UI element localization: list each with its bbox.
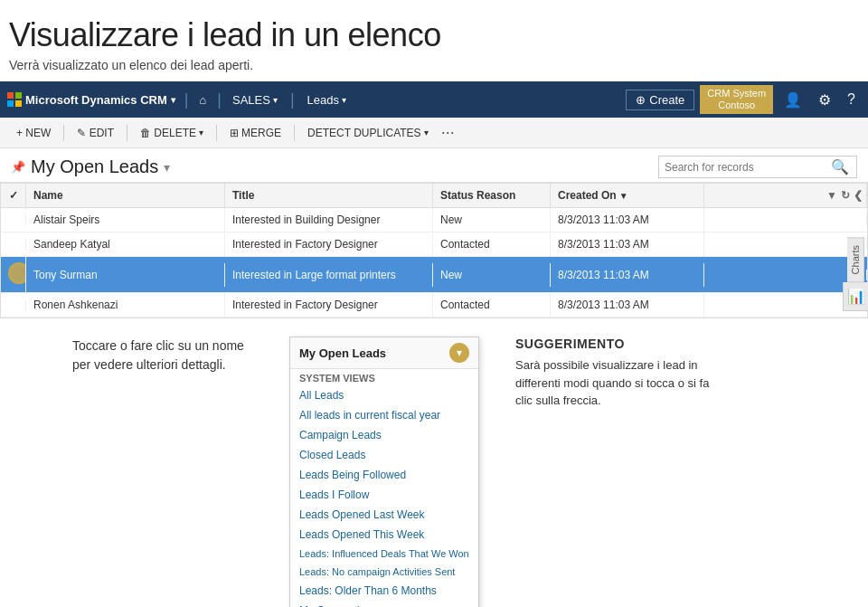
- toolbar-sep-2: [127, 125, 127, 141]
- leads-nav-item[interactable]: Leads ▾: [300, 91, 354, 109]
- view-title-area: 📌 My Open Leads ▾: [11, 156, 170, 177]
- create-button[interactable]: ⊕ Create: [626, 90, 694, 110]
- create-plus-icon: ⊕: [636, 93, 646, 107]
- row-check-1: [1, 214, 26, 225]
- detect-label: DETECT DUPLICATES: [307, 127, 421, 139]
- tip-title: SUGGERIMENTO: [515, 337, 714, 351]
- toolbar-sep-3: [216, 125, 217, 141]
- toolbar: + NEW ✎ EDIT 🗑 DELETE ▾ ⊞ MERGE DETECT D…: [0, 118, 868, 148]
- dropdown-item[interactable]: Campaign Leads: [290, 425, 478, 445]
- filter-icon[interactable]: ▼: [826, 189, 837, 202]
- dropdown-item[interactable]: Closed Leads: [290, 445, 478, 465]
- svg-rect-3: [15, 100, 22, 107]
- title-label: Title: [232, 189, 254, 202]
- side-tab: Charts 📊: [843, 237, 868, 311]
- view-header: 📌 My Open Leads ▾ 🔍: [0, 148, 868, 183]
- header-check[interactable]: ✓: [1, 184, 26, 207]
- search-icon[interactable]: 🔍: [831, 158, 849, 175]
- logo-dropdown-icon[interactable]: ▾: [171, 95, 175, 105]
- user-icon[interactable]: 👤: [778, 90, 807, 110]
- row-name-4: Ronen Ashkenazi: [26, 293, 225, 317]
- touch-indicator: [8, 262, 26, 284]
- merge-button[interactable]: ⊞ MERGE: [222, 124, 288, 142]
- table-row[interactable]: Tony Surman Interested in Large format p…: [1, 257, 867, 293]
- name-label: Name: [33, 189, 63, 202]
- header-name[interactable]: Name: [26, 184, 225, 207]
- leads-grid: ✓ Name Title Status Reason Created On ▼ …: [0, 183, 868, 318]
- crm-system-line1: CRM System: [707, 88, 766, 100]
- row-created-1: 8/3/2013 11:03 AM: [551, 208, 704, 232]
- nav-separator-2: |: [217, 90, 222, 109]
- logo-text: Microsoft Dynamics CRM: [25, 93, 167, 107]
- svg-rect-1: [15, 92, 22, 99]
- app-logo[interactable]: Microsoft Dynamics CRM ▾: [7, 92, 175, 107]
- refresh-icon[interactable]: ↻: [841, 189, 850, 202]
- dropdown-item[interactable]: All Leads: [290, 385, 478, 405]
- new-button[interactable]: + NEW: [9, 124, 58, 142]
- row-check-3: [1, 257, 26, 292]
- grid-wrapper: ✓ Name Title Status Reason Created On ▼ …: [0, 183, 868, 318]
- edit-button[interactable]: ✎ EDIT: [70, 124, 121, 142]
- collapse-icon[interactable]: ❮: [854, 189, 863, 202]
- charts-label[interactable]: Charts: [847, 237, 864, 282]
- settings-icon[interactable]: ⚙: [813, 90, 836, 110]
- bottom-section: Toccare o fare clic su un nome per veder…: [0, 318, 868, 607]
- row-created-4: 8/3/2013 11:03 AM: [551, 293, 704, 317]
- detect-duplicates-button[interactable]: DETECT DUPLICATES ▾: [300, 124, 436, 142]
- dropdown-item[interactable]: Leads: Older Than 6 Months: [290, 581, 478, 601]
- dropdown-title: My Open Leads: [299, 346, 386, 360]
- row-title-1: Interested in Building Designer: [225, 208, 433, 232]
- dropdown-section-label: System Views: [290, 369, 478, 385]
- table-row[interactable]: Ronen Ashkenazi Interested in Factory De…: [1, 293, 867, 318]
- page-subtitle: Verrà visualizzato un elenco dei lead ap…: [9, 58, 850, 72]
- delete-arrow-icon: ▾: [199, 128, 203, 138]
- more-button[interactable]: ···: [438, 123, 458, 142]
- dropdown-item[interactable]: Leads Opened Last Week: [290, 505, 478, 525]
- tip-text: Sarà possibile visualizzare i lead in di…: [515, 356, 714, 410]
- dropdown-arrow-circle[interactable]: ▾: [449, 343, 469, 363]
- sales-nav-item[interactable]: SALES ▾: [225, 91, 285, 109]
- dropdown-item[interactable]: Leads Being Followed: [290, 465, 478, 485]
- home-nav-item[interactable]: ⌂: [192, 91, 213, 109]
- nav-separator: |: [184, 90, 189, 109]
- header-title[interactable]: Title: [225, 184, 433, 207]
- header-status[interactable]: Status Reason: [433, 184, 551, 207]
- table-row[interactable]: Sandeep Katyal Interested in Factory Des…: [1, 232, 867, 257]
- app-bar: Microsoft Dynamics CRM ▾ | ⌂ | SALES ▾ |…: [0, 81, 868, 118]
- dropdown-panel: My Open Leads ▾ System Views All Leads A…: [289, 337, 479, 607]
- edit-label: ✎ EDIT: [77, 127, 114, 139]
- view-title-dropdown-icon[interactable]: ▾: [164, 160, 170, 175]
- page-title: Visualizzare i lead in un elenco: [9, 16, 850, 54]
- nav-separator-3: |: [290, 90, 295, 109]
- tip-box: SUGGERIMENTO Sarà possibile visualizzare…: [515, 337, 714, 410]
- instruction-text: Toccare o fare clic su un nome per veder…: [72, 337, 253, 375]
- row-title-2: Interested in Factory Designer: [225, 232, 433, 256]
- row-actions-1: [704, 214, 867, 225]
- row-check-2: [1, 239, 26, 250]
- row-name-2: Sandeep Katyal: [26, 232, 225, 256]
- dropdown-item[interactable]: Leads: Influenced Deals That We Won: [290, 545, 478, 563]
- dropdown-item[interactable]: Leads Opened This Week: [290, 525, 478, 545]
- app-bar-right: ⊕ Create CRM System Contoso 👤 ⚙ ?: [626, 85, 861, 114]
- table-row[interactable]: Alistair Speirs Interested in Building D…: [1, 208, 867, 232]
- help-icon[interactable]: ?: [842, 90, 861, 109]
- dropdown-item[interactable]: My Connections: [290, 601, 478, 607]
- row-created-3: 8/3/2013 11:03 AM: [551, 263, 704, 287]
- dropdown-header: My Open Leads ▾: [290, 337, 478, 369]
- leads-arrow-icon: ▾: [342, 95, 346, 105]
- header-actions: ▼ ↻ ❮: [704, 184, 867, 207]
- dropdown-item[interactable]: All leads in current fiscal year: [290, 405, 478, 425]
- chart-icon[interactable]: 📊: [843, 282, 868, 311]
- view-title: My Open Leads: [31, 156, 158, 177]
- header-created[interactable]: Created On ▼: [551, 184, 704, 207]
- search-input[interactable]: [665, 161, 827, 174]
- row-name-1: Alistair Speirs: [26, 208, 225, 232]
- create-label: Create: [649, 93, 684, 107]
- search-area: 🔍: [658, 156, 857, 178]
- status-label: Status Reason: [440, 189, 515, 202]
- dropdown-item[interactable]: Leads I Follow: [290, 485, 478, 505]
- dropdown-item[interactable]: Leads: No campaign Activities Sent: [290, 563, 478, 581]
- pin-icon: 📌: [11, 160, 25, 174]
- row-status-3: New: [433, 263, 551, 287]
- delete-button[interactable]: 🗑 DELETE ▾: [133, 124, 211, 142]
